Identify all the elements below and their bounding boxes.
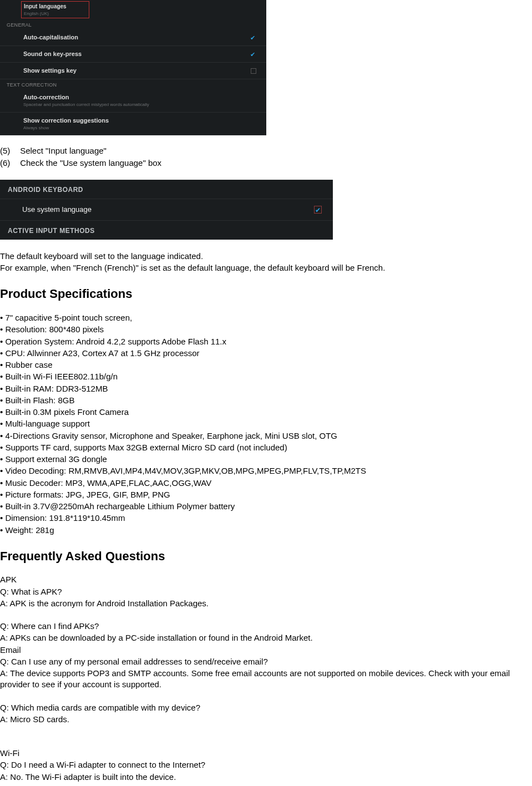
- faq-email-header: Email: [0, 645, 532, 656]
- input-languages-row[interactable]: Input languages English (UK): [21, 1, 89, 18]
- spec-item: • Built-in 0.3M pixels Front Camera: [0, 407, 532, 418]
- faq-q3: Q: Can I use any of my personal email ad…: [0, 656, 532, 667]
- sound-key-label: Sound on key-press: [23, 50, 266, 58]
- spec-item: • Support external 3G dongle: [0, 454, 532, 465]
- faq-a4: A: Micro SD cards.: [0, 714, 532, 725]
- faq-wifi-header: Wi-Fi: [0, 748, 532, 759]
- spec-item: • Built-in RAM: DDR3-512MB: [0, 383, 532, 394]
- show-settings-row[interactable]: Show settings key: [0, 63, 266, 79]
- step-5-text: Select "Input language": [20, 146, 107, 155]
- android-keyboard-header: ANDROID KEYBOARD: [0, 180, 333, 199]
- spec-item: • Built-in Wi-Fi IEEE802.11b/g/n: [0, 371, 532, 382]
- show-settings-label: Show settings key: [23, 67, 266, 75]
- show-correction-sub: Always show: [23, 125, 266, 131]
- step-6-num: (6): [0, 158, 18, 169]
- faq-q5: Q: Do I need a Wi-Fi adapter to connect …: [0, 759, 532, 770]
- auto-correction-title: Auto-correction: [23, 93, 266, 102]
- default-keyboard-para1: The default keyboard will set to the lan…: [0, 251, 532, 262]
- spec-item: • Built-in Flash: 8GB: [0, 395, 532, 406]
- show-correction-row[interactable]: Show correction suggestions Always show: [0, 113, 266, 136]
- auto-correction-row[interactable]: Auto-correction Spacebar and punctuation…: [0, 89, 266, 113]
- faq-a5: A: No. The Wi-Fi adapter is built into t…: [0, 772, 532, 783]
- spec-item: • 7" capacitive 5-point touch screen,: [0, 312, 532, 323]
- settings-screenshot-2: ANDROID KEYBOARD Use system language ACT…: [0, 180, 333, 240]
- auto-correction-sub: Spacebar and punctuation correct mistype…: [23, 102, 266, 108]
- sound-key-row[interactable]: Sound on key-press: [0, 46, 266, 63]
- use-system-language-label: Use system language: [22, 205, 92, 214]
- spec-item: • CPU: Allwinner A23, Cortex A7 at 1.5 G…: [0, 348, 532, 359]
- specs-list: • 7" capacitive 5-point touch screen,• R…: [0, 312, 532, 536]
- spec-item: • Rubber case: [0, 359, 532, 371]
- spec-item: • Dimension: 191.8*119*10.45mm: [0, 513, 532, 524]
- checkmark-icon[interactable]: [250, 34, 256, 41]
- spec-item: • Operation System: Android 4.2,2 suppor…: [0, 336, 532, 347]
- group-general: GENERAL: [0, 19, 266, 29]
- spec-item: • Picture formats: JPG, JPEG, GIF, BMP, …: [0, 489, 532, 500]
- settings-screenshot-1: Input languages English (UK) GENERAL Aut…: [0, 0, 266, 135]
- spec-item: • Music Decoder: MP3, WMA,APE,FLAC,AAC,O…: [0, 478, 532, 489]
- step-5: (5) Select "Input language": [0, 145, 532, 156]
- checkbox-checked-icon[interactable]: [314, 206, 322, 214]
- spec-item: • Weight: 281g: [0, 525, 532, 536]
- spec-item: • Supports TF card, supports Max 32GB ex…: [0, 442, 532, 453]
- faq-q4: Q: Which media cards are compatible with…: [0, 702, 532, 713]
- checkbox-empty-icon[interactable]: [251, 68, 256, 74]
- show-correction-title: Show correction suggestions: [23, 116, 266, 125]
- faq-heading: Frequently Asked Questions: [0, 548, 532, 565]
- spec-item: • Resolution: 800*480 pixels: [0, 324, 532, 335]
- default-keyboard-para2: For example, when "French (French)" is s…: [0, 262, 532, 273]
- faq-a2: A: APKs can be downloaded by a PC-side i…: [0, 632, 532, 643]
- faq-q1: Q: What is APK?: [0, 586, 532, 597]
- step-6-text: Check the "Use system language" box: [20, 158, 161, 168]
- faq-apk-header: APK: [0, 574, 532, 585]
- faq-a1: A: APK is the acronym for Android Instal…: [0, 598, 532, 609]
- faq-a3: A: The device supports POP3 and SMTP acc…: [0, 668, 532, 691]
- group-text-correction: TEXT CORRECTION: [0, 79, 266, 89]
- product-specs-heading: Product Specifications: [0, 286, 532, 302]
- input-languages-sub: English (UK): [24, 11, 67, 17]
- auto-cap-row[interactable]: Auto-capitalisation: [0, 29, 266, 46]
- use-system-language-row[interactable]: Use system language: [0, 199, 333, 221]
- checkmark-icon[interactable]: [250, 51, 256, 58]
- faq-q2: Q: Where can I find APKs?: [0, 621, 532, 632]
- input-languages-title: Input languages: [24, 3, 67, 11]
- step-5-num: (5): [0, 145, 18, 156]
- auto-cap-label: Auto-capitalisation: [23, 33, 266, 42]
- active-input-methods-header: ACTIVE INPUT METHODS: [0, 221, 333, 240]
- spec-item: • Built-in 3.7V@2250mAh rechargeable Lit…: [0, 501, 532, 512]
- steps-list: (5) Select "Input language" (6) Check th…: [0, 145, 532, 169]
- spec-item: • 4-Directions Gravity sensor, Microphon…: [0, 430, 532, 442]
- spec-item: • Multi-language support: [0, 418, 532, 429]
- spec-item: • Video Decoding: RM,RMVB,AVI,MP4,M4V,MO…: [0, 465, 532, 476]
- step-6: (6) Check the "Use system language" box: [0, 158, 532, 169]
